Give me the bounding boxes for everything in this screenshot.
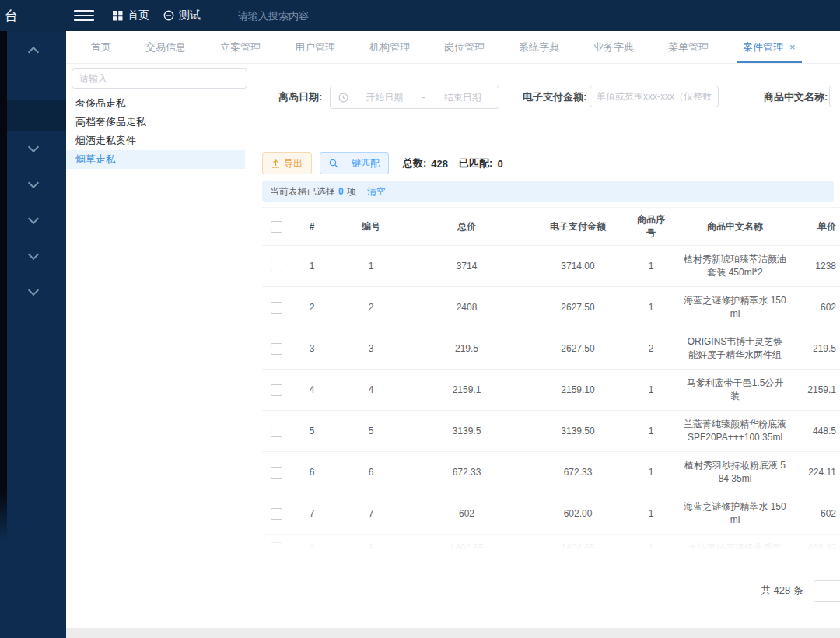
product-name-input[interactable] (829, 86, 840, 107)
menu-toggle-icon[interactable] (74, 9, 94, 23)
content-area: 首页交易信息立案管理用户管理机构管理岗位管理系统字典业务字典菜单管理案件管理× … (66, 31, 840, 638)
case-type-item[interactable]: 烟草走私 (66, 150, 245, 169)
selection-suffix: 项 (347, 185, 356, 198)
nav-home-label: 首页 (128, 9, 149, 23)
row-checkbox[interactable] (271, 467, 282, 478)
table-row[interactable]: 553139.53139.501兰蔻菁纯臻颜精华粉底液SPF20PA+++100… (262, 411, 840, 452)
date-start-input[interactable]: 开始日期 (348, 91, 421, 104)
tab-item[interactable]: 交易信息 (128, 31, 203, 63)
tab-label: 菜单管理 (668, 40, 709, 54)
export-button[interactable]: 导出 (262, 152, 312, 174)
tab-label: 首页 (91, 40, 111, 54)
tab-item[interactable]: 菜单管理 (651, 31, 726, 63)
global-search-input[interactable] (236, 9, 411, 23)
cell-seq: 1 (631, 493, 671, 535)
cell-price: 224.11 (799, 452, 840, 493)
table-row[interactable]: 442159.12159.101马爹利蓝带干邑1.5公升装2159.1 (262, 370, 840, 411)
tab-item[interactable]: 案件管理× (726, 31, 813, 63)
cell-num: 2 (290, 287, 334, 328)
cell-price: 602 (799, 287, 840, 328)
table-row[interactable]: 33219.52627.502ORIGINS韦博士灵芝焕能好度子精华水两件组21… (262, 328, 840, 370)
selection-count: 0 (338, 186, 344, 197)
sidebar-item[interactable] (0, 238, 66, 274)
row-checkbox[interactable] (271, 302, 282, 314)
table-row[interactable]: 2224082627.501海蓝之谜修护精萃水 150ml602 (262, 287, 840, 328)
column-header: 单价 (799, 208, 840, 246)
chevron-up-icon (27, 47, 38, 58)
row-checkbox[interactable] (271, 508, 282, 520)
cell-name: 植村秀羽纱持妆粉底液 584 35ml (671, 452, 799, 493)
row-checkbox[interactable] (271, 343, 282, 355)
table-row[interactable]: 77602602.001海蓝之谜修护精萃水 150ml602 (262, 493, 840, 535)
sidebar-item[interactable] (0, 167, 66, 202)
date-range-picker[interactable]: 开始日期 - 结束日期 (330, 86, 499, 109)
tab-item[interactable]: 首页 (74, 31, 128, 63)
row-checkbox-cell (262, 493, 290, 535)
tab-item[interactable]: 机构管理 (352, 31, 427, 63)
tab-label: 机构管理 (369, 40, 410, 54)
table-row[interactable]: 1137143714.001植村秀新琥珀臻萃洁颜油套装 450ml*21238 (262, 246, 840, 287)
cell-seq: 2 (631, 328, 671, 370)
cell-num: 6 (290, 452, 334, 493)
cell-name: 兰蔻菁纯臻颜精华粉底液SPF20PA+++100 35ml (671, 411, 799, 452)
date-end-input[interactable]: 结束日期 (427, 91, 499, 104)
tab-item[interactable]: 岗位管理 (427, 31, 502, 63)
payment-amount-input[interactable] (590, 86, 719, 107)
chevron-down-icon (27, 177, 38, 188)
sidebar-item[interactable] (0, 131, 66, 167)
cell-name: 马爹利蓝带干邑1.5公升装 (671, 370, 799, 411)
select-all-checkbox[interactable] (271, 221, 282, 233)
column-header: 总价 (408, 208, 525, 246)
row-checkbox[interactable] (271, 542, 282, 549)
one-click-match-button[interactable]: 一键匹配 (320, 152, 389, 174)
cell-price: 2159.1 (799, 370, 840, 411)
chevron-down-icon (27, 249, 38, 260)
cell-num: 5 (290, 411, 334, 452)
header-checkbox-cell (262, 208, 290, 246)
table-row[interactable]: 66672.33672.331植村秀羽纱持妆粉底液 584 35ml224.11 (262, 452, 840, 493)
search-icon (329, 159, 338, 168)
nav-test[interactable]: 测试 (163, 9, 201, 23)
grid-icon (113, 11, 123, 21)
tab-item[interactable]: 系统字典 (502, 31, 576, 63)
cell-code: 2 (334, 287, 408, 328)
case-type-item[interactable]: 烟酒走私案件 (66, 131, 245, 150)
row-checkbox[interactable] (271, 261, 282, 272)
cell-price: 448.5 (799, 411, 840, 452)
case-type-item[interactable]: 高档奢侈品走私 (66, 113, 245, 131)
selection-prefix: 当前表格已选择 (270, 185, 335, 198)
nav-home[interactable]: 首页 (113, 9, 149, 23)
tab-item[interactable]: 用户管理 (278, 31, 352, 63)
sidebar-item-active[interactable] (0, 100, 66, 131)
cell-seq: 1 (631, 370, 671, 411)
row-checkbox[interactable] (271, 426, 282, 437)
cell-name: 海蓝之谜修护精萃水 150ml (671, 287, 799, 328)
row-checkbox[interactable] (271, 384, 282, 396)
table-row[interactable]: 881404.651404.651卡诗菁纯亮泽经典香氛468.22 (262, 535, 840, 550)
sidebar-item[interactable] (0, 202, 66, 238)
tab-label: 业务字典 (593, 40, 634, 54)
clear-selection-link[interactable]: 清空 (367, 185, 386, 198)
page-size-select[interactable] (814, 580, 840, 602)
match-button-label: 一键匹配 (342, 157, 380, 170)
row-checkbox-cell (262, 452, 290, 493)
cell-num: 1 (290, 246, 334, 287)
cell-price: 468.22 (799, 535, 840, 550)
tab-item[interactable]: 立案管理 (203, 31, 278, 63)
product-name-label: 商品中文名称: (764, 86, 828, 109)
close-icon[interactable]: × (789, 42, 796, 52)
case-type-item[interactable]: 奢侈品走私 (66, 94, 245, 113)
cell-num: 8 (290, 535, 334, 550)
case-search-input[interactable] (72, 68, 247, 89)
sidebar-item[interactable] (0, 274, 66, 310)
cell-seq: 1 (631, 287, 671, 328)
cell-payment: 602.00 (525, 493, 631, 535)
tab-item[interactable]: 业务字典 (576, 31, 651, 63)
cell-payment: 3714.00 (525, 246, 631, 287)
sidebar-item[interactable] (0, 31, 66, 70)
selection-info-bar: 当前表格已选择 0 项 清空 (262, 181, 834, 202)
cell-seq: 1 (631, 535, 671, 550)
cell-name: 卡诗菁纯亮泽经典香氛 (671, 535, 799, 550)
cell-payment: 2159.10 (525, 370, 631, 411)
tab-label: 岗位管理 (444, 40, 485, 54)
